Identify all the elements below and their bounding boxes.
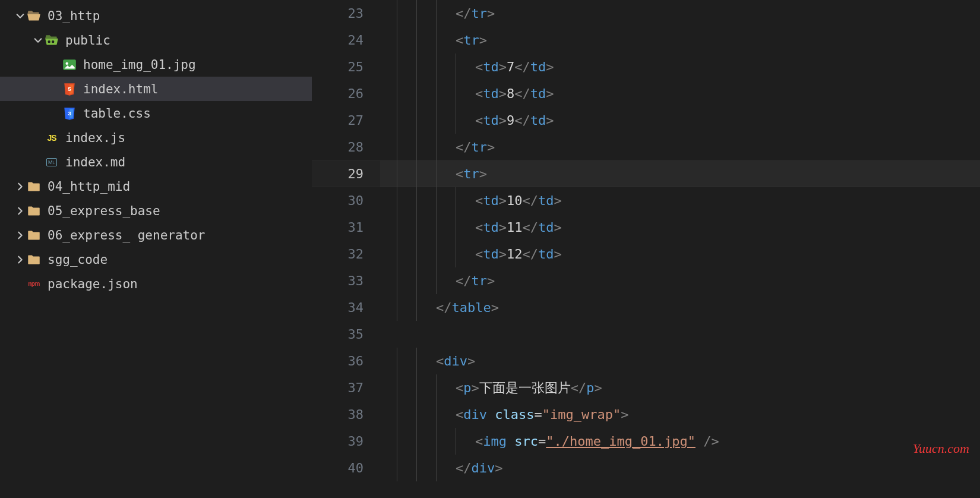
code-editor[interactable]: 23</tr>24<tr>25<td>7</td>26<td>8</td>27<…	[312, 0, 980, 498]
code-line-40[interactable]: 40</div>	[312, 455, 980, 481]
html-icon: 5	[62, 83, 77, 96]
code-text[interactable]: <td>8</td>	[380, 80, 980, 107]
code-text[interactable]: <tr>	[380, 27, 980, 53]
file-item-home-img-01-jpg[interactable]: home_img_01.jpg	[0, 52, 312, 77]
tree-label: public	[65, 33, 110, 48]
svg-point-0	[48, 40, 50, 43]
tree-label: index.js	[65, 131, 125, 145]
folder-item-04-http-mid[interactable]: 04_http_mid	[0, 174, 312, 198]
line-number: 38	[312, 407, 380, 422]
line-number: 39	[312, 434, 380, 449]
line-number: 40	[312, 461, 380, 475]
line-number: 34	[312, 300, 380, 315]
code-text[interactable]: </tr>	[380, 0, 980, 27]
file-item-package-json[interactable]: npmpackage.json	[0, 272, 312, 296]
chevron-right-icon[interactable]	[14, 206, 26, 216]
code-line-25[interactable]: 25<td>7</td>	[312, 53, 980, 80]
markdown-icon: M↓	[44, 156, 59, 169]
code-text[interactable]: <p>下面是一张图片</p>	[380, 374, 980, 401]
folder-item-05-express-base[interactable]: 05_express_base	[0, 198, 312, 223]
code-line-38[interactable]: 38<div class="img_wrap">	[312, 401, 980, 428]
code-text[interactable]: <div>	[380, 348, 980, 374]
folder-public-icon	[44, 34, 59, 47]
code-line-35[interactable]: 35	[312, 321, 980, 348]
code-text[interactable]: </table>	[380, 294, 980, 321]
css-icon: 3	[62, 107, 77, 120]
code-line-31[interactable]: 31<td>11</td>	[312, 214, 980, 241]
line-number: 24	[312, 33, 380, 48]
tree-label: index.md	[65, 155, 125, 169]
code-line-33[interactable]: 33</tr>	[312, 267, 980, 294]
line-number: 26	[312, 86, 380, 101]
image-icon	[62, 58, 77, 71]
npm-icon: npm	[26, 278, 42, 291]
folder-item-03-http[interactable]: 03_http	[0, 4, 312, 28]
file-item-table-css[interactable]: 3table.css	[0, 101, 312, 125]
folder-item-public[interactable]: public	[0, 28, 312, 52]
code-line-34[interactable]: 34</table>	[312, 294, 980, 321]
code-text[interactable]: <td>10</td>	[380, 187, 980, 214]
tree-label: 05_express_base	[48, 204, 160, 218]
line-number: 36	[312, 354, 380, 368]
line-number: 28	[312, 140, 380, 155]
chevron-right-icon[interactable]	[14, 231, 26, 240]
folder-icon	[26, 229, 42, 242]
tree-label: table.css	[83, 106, 151, 121]
tree-label: 03_http	[48, 9, 100, 23]
tree-label: 06_express_ generator	[48, 228, 206, 242]
file-item-index-js[interactable]: JSindex.js	[0, 125, 312, 150]
folder-item-sgg-code[interactable]: sgg_code	[0, 247, 312, 272]
line-number: 27	[312, 113, 380, 128]
tree-label: package.json	[48, 277, 138, 291]
code-text[interactable]: <img src="./home_img_01.jpg" />	[380, 428, 980, 455]
svg-point-3	[66, 62, 68, 64]
line-number: 35	[312, 327, 380, 342]
folder-icon	[26, 253, 42, 266]
code-line-37[interactable]: 37<p>下面是一张图片</p>	[312, 374, 980, 401]
code-text[interactable]: <td>11</td>	[380, 214, 980, 241]
code-text[interactable]: </div>	[380, 455, 980, 481]
code-line-30[interactable]: 30<td>10</td>	[312, 187, 980, 214]
code-text[interactable]: </tr>	[380, 267, 980, 294]
chevron-right-icon[interactable]	[14, 255, 26, 264]
file-explorer[interactable]: 03_http publichome_img_01.jpg5index.html…	[0, 0, 312, 498]
code-line-32[interactable]: 32<td>12</td>	[312, 241, 980, 267]
code-line-36[interactable]: 36<div>	[312, 348, 980, 374]
code-line-26[interactable]: 26<td>8</td>	[312, 80, 980, 107]
code-line-24[interactable]: 24<tr>	[312, 27, 980, 53]
code-line-39[interactable]: 39<img src="./home_img_01.jpg" />	[312, 428, 980, 455]
line-number: 25	[312, 59, 380, 74]
chevron-down-icon[interactable]	[32, 36, 44, 45]
chevron-down-icon[interactable]	[14, 11, 26, 21]
tree-label: home_img_01.jpg	[83, 58, 196, 72]
code-text[interactable]: <tr>	[380, 160, 980, 187]
folder-icon	[26, 204, 42, 218]
tree-label: sgg_code	[48, 253, 108, 267]
folder-item-06-express-generator[interactable]: 06_express_ generator	[0, 223, 312, 247]
tree-label: 04_http_mid	[48, 179, 130, 194]
code-line-29[interactable]: 29<tr>	[312, 160, 980, 187]
code-line-23[interactable]: 23</tr>	[312, 0, 980, 27]
line-number: 30	[312, 193, 380, 208]
line-number: 29	[312, 166, 380, 181]
code-text[interactable]: <td>9</td>	[380, 107, 980, 134]
code-text[interactable]: </tr>	[380, 134, 980, 160]
folder-open-icon	[26, 10, 42, 23]
svg-point-1	[52, 40, 54, 43]
svg-text:5: 5	[68, 86, 71, 92]
tree-label: index.html	[83, 82, 158, 96]
code-line-27[interactable]: 27<td>9</td>	[312, 107, 980, 134]
file-item-index-md[interactable]: M↓index.md	[0, 150, 312, 174]
line-number: 31	[312, 220, 380, 235]
code-text[interactable]: <td>12</td>	[380, 241, 980, 267]
code-line-28[interactable]: 28</tr>	[312, 134, 980, 160]
code-text[interactable]: <td>7</td>	[380, 53, 980, 80]
chevron-right-icon[interactable]	[14, 182, 26, 191]
line-number: 33	[312, 273, 380, 288]
line-number: 23	[312, 6, 380, 21]
code-text[interactable]: <div class="img_wrap">	[380, 401, 980, 428]
folder-icon	[26, 180, 42, 193]
file-item-index-html[interactable]: 5index.html	[0, 77, 312, 101]
code-text[interactable]	[380, 321, 980, 348]
line-number: 37	[312, 380, 380, 395]
